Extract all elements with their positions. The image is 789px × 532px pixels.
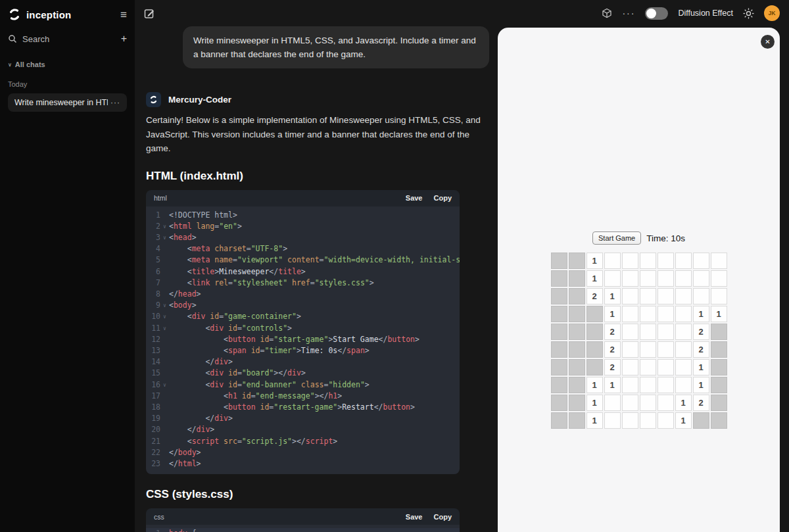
board-cell[interactable] — [675, 324, 692, 340]
board-cell[interactable]: 2 — [693, 324, 709, 340]
board-cell[interactable] — [640, 324, 656, 340]
board-cell[interactable] — [711, 395, 727, 411]
board-cell[interactable] — [586, 359, 603, 375]
board-cell[interactable] — [658, 288, 674, 304]
board-cell[interactable] — [569, 270, 585, 287]
board-cell[interactable] — [675, 306, 692, 322]
board-cell[interactable] — [675, 341, 692, 358]
board-cell[interactable] — [604, 270, 621, 287]
fold-toggle-icon[interactable]: ∨ — [160, 300, 169, 311]
board-cell[interactable] — [658, 395, 674, 411]
board-cell[interactable]: 1 — [604, 377, 621, 393]
board-cell[interactable] — [658, 377, 674, 393]
copy-button[interactable]: Copy — [434, 194, 452, 202]
board-cell[interactable] — [569, 412, 585, 429]
board-cell[interactable] — [551, 306, 567, 322]
board-cell[interactable]: 1 — [586, 395, 603, 411]
board-cell[interactable]: 1 — [586, 270, 603, 287]
new-chat-button[interactable]: + — [121, 33, 127, 45]
board-cell[interactable] — [622, 341, 638, 358]
fold-toggle-icon[interactable]: ∨ — [160, 323, 169, 334]
package-cube-icon[interactable] — [602, 8, 612, 18]
board-cell[interactable]: 2 — [604, 324, 621, 340]
board-cell[interactable] — [658, 253, 674, 269]
board-cell[interactable] — [658, 412, 674, 429]
board-cell[interactable] — [640, 341, 656, 358]
board-cell[interactable] — [711, 341, 727, 358]
board-cell[interactable]: 1 — [586, 253, 603, 269]
board-cell[interactable] — [586, 306, 603, 322]
board-cell[interactable] — [586, 324, 603, 340]
board-cell[interactable] — [551, 253, 567, 269]
board-cell[interactable] — [569, 395, 585, 411]
board-cell[interactable] — [658, 306, 674, 322]
board-cell[interactable] — [622, 324, 638, 340]
user-avatar[interactable]: JK — [764, 5, 780, 21]
save-button[interactable]: Save — [406, 194, 423, 202]
board-cell[interactable] — [622, 306, 638, 322]
board-cell[interactable] — [622, 359, 638, 375]
board-cell[interactable] — [551, 395, 567, 411]
board-cell[interactable]: 1 — [604, 288, 621, 304]
board-cell[interactable] — [711, 288, 727, 304]
board-cell[interactable] — [551, 270, 567, 287]
board-cell[interactable] — [640, 359, 656, 375]
board-cell[interactable] — [551, 324, 567, 340]
close-icon[interactable]: ✕ — [761, 35, 775, 49]
board-cell[interactable] — [640, 395, 656, 411]
sidebar-item-chat[interactable]: Write minesweeper in HTML5 ··· — [8, 93, 127, 112]
board-cell[interactable] — [622, 270, 638, 287]
theme-sun-icon[interactable] — [743, 8, 754, 19]
board-cell[interactable] — [622, 253, 638, 269]
board-cell[interactable] — [586, 341, 603, 358]
board-cell[interactable] — [604, 395, 621, 411]
board-cell[interactable] — [622, 288, 638, 304]
board-cell[interactable] — [640, 412, 656, 429]
board-cell[interactable] — [551, 412, 567, 429]
compose-icon[interactable] — [144, 8, 155, 19]
more-options-icon[interactable]: ··· — [622, 8, 635, 18]
board-cell[interactable]: 1 — [675, 412, 692, 429]
board-cell[interactable] — [569, 359, 585, 375]
board-cell[interactable] — [658, 324, 674, 340]
board-cell[interactable] — [640, 288, 656, 304]
search-row[interactable]: Search + — [8, 33, 127, 45]
board-cell[interactable] — [551, 341, 567, 358]
board-cell[interactable] — [622, 395, 638, 411]
sidebar-menu-icon[interactable]: ≡ — [120, 9, 127, 20]
board-cell[interactable] — [711, 324, 727, 340]
start-game-button[interactable]: Start Game — [592, 231, 641, 245]
board-cell[interactable] — [551, 288, 567, 304]
fold-toggle-icon[interactable]: ∨ — [160, 232, 169, 243]
board-cell[interactable] — [640, 377, 656, 393]
fold-toggle-icon[interactable]: ∨ — [160, 311, 169, 322]
board-cell[interactable]: 1 — [675, 395, 692, 411]
board-cell[interactable]: 1 — [693, 377, 709, 393]
board-cell[interactable] — [711, 412, 727, 429]
board-cell[interactable] — [569, 253, 585, 269]
fold-toggle-icon[interactable]: ∨ — [160, 528, 169, 532]
board-cell[interactable] — [711, 270, 727, 287]
board-cell[interactable] — [551, 377, 567, 393]
board-cell[interactable] — [622, 377, 638, 393]
board-cell[interactable] — [640, 253, 656, 269]
fold-toggle-icon[interactable]: ∨ — [160, 221, 169, 232]
board-cell[interactable] — [569, 324, 585, 340]
fold-toggle-icon[interactable]: ∨ — [160, 379, 169, 391]
board-cell[interactable] — [622, 412, 638, 429]
board-cell[interactable]: 1 — [693, 359, 709, 375]
board-cell[interactable] — [675, 253, 692, 269]
board-cell[interactable]: 2 — [693, 341, 709, 358]
board-cell[interactable] — [693, 288, 709, 304]
chat-item-more-icon[interactable]: ··· — [110, 98, 120, 107]
board-cell[interactable]: 2 — [693, 395, 709, 411]
all-chats-toggle[interactable]: ∨ All chats — [8, 60, 127, 68]
board-cell[interactable]: 1 — [693, 306, 709, 322]
board-cell[interactable] — [551, 359, 567, 375]
board-cell[interactable] — [658, 359, 674, 375]
board-cell[interactable] — [693, 253, 709, 269]
board-cell[interactable] — [711, 253, 727, 269]
board-cell[interactable] — [711, 359, 727, 375]
board-cell[interactable]: 1 — [586, 412, 603, 429]
board-cell[interactable]: 1 — [604, 306, 621, 322]
